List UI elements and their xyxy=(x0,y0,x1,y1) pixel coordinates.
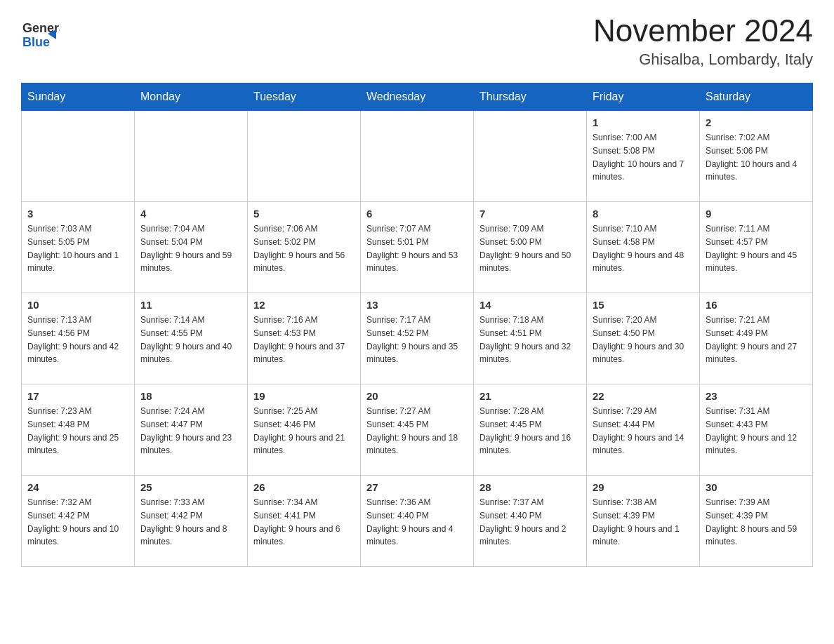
day-number: 24 xyxy=(27,481,128,493)
day-number: 8 xyxy=(593,208,694,220)
logo-area: General Blue xyxy=(21,14,60,53)
title-area: November 2024 Ghisalba, Lombardy, Italy xyxy=(593,14,813,69)
day-info: Sunrise: 7:17 AMSunset: 4:52 PMDaylight:… xyxy=(366,314,468,365)
cell-week1-day1 xyxy=(135,111,248,202)
week-row-1: 1Sunrise: 7:00 AMSunset: 5:08 PMDaylight… xyxy=(22,111,813,202)
day-number: 7 xyxy=(479,208,581,220)
cell-week5-day3: 27Sunrise: 7:36 AMSunset: 4:40 PMDayligh… xyxy=(361,476,474,567)
header-tuesday: Tuesday xyxy=(248,83,361,111)
cell-week4-day6: 23Sunrise: 7:31 AMSunset: 4:43 PMDayligh… xyxy=(700,384,813,476)
cell-week3-day0: 10Sunrise: 7:13 AMSunset: 4:56 PMDayligh… xyxy=(22,293,135,384)
day-number: 4 xyxy=(140,208,241,220)
day-number: 18 xyxy=(140,390,241,402)
cell-week5-day6: 30Sunrise: 7:39 AMSunset: 4:39 PMDayligh… xyxy=(700,476,813,567)
day-number: 23 xyxy=(706,390,807,402)
day-number: 29 xyxy=(593,481,694,493)
day-info: Sunrise: 7:14 AMSunset: 4:55 PMDaylight:… xyxy=(140,314,241,365)
day-info: Sunrise: 7:16 AMSunset: 4:53 PMDaylight:… xyxy=(253,314,355,365)
cell-week2-day1: 4Sunrise: 7:04 AMSunset: 5:04 PMDaylight… xyxy=(135,202,248,293)
week-row-5: 24Sunrise: 7:32 AMSunset: 4:42 PMDayligh… xyxy=(22,476,813,567)
day-info: Sunrise: 7:31 AMSunset: 4:43 PMDaylight:… xyxy=(706,405,807,457)
cell-week1-day6: 2Sunrise: 7:02 AMSunset: 5:06 PMDaylight… xyxy=(700,111,813,202)
cell-week3-day5: 15Sunrise: 7:20 AMSunset: 4:50 PMDayligh… xyxy=(587,293,700,384)
cell-week3-day2: 12Sunrise: 7:16 AMSunset: 4:53 PMDayligh… xyxy=(248,293,361,384)
cell-week3-day4: 14Sunrise: 7:18 AMSunset: 4:51 PMDayligh… xyxy=(474,293,587,384)
day-number: 26 xyxy=(253,481,355,493)
cell-week5-day0: 24Sunrise: 7:32 AMSunset: 4:42 PMDayligh… xyxy=(22,476,135,567)
day-info: Sunrise: 7:36 AMSunset: 4:40 PMDaylight:… xyxy=(366,496,468,548)
cell-week4-day2: 19Sunrise: 7:25 AMSunset: 4:46 PMDayligh… xyxy=(248,384,361,476)
cell-week5-day5: 29Sunrise: 7:38 AMSunset: 4:39 PMDayligh… xyxy=(587,476,700,567)
cell-week4-day1: 18Sunrise: 7:24 AMSunset: 4:47 PMDayligh… xyxy=(135,384,248,476)
week-row-3: 10Sunrise: 7:13 AMSunset: 4:56 PMDayligh… xyxy=(22,293,813,384)
day-number: 14 xyxy=(479,299,581,311)
cell-week2-day3: 6Sunrise: 7:07 AMSunset: 5:01 PMDaylight… xyxy=(361,202,474,293)
day-number: 19 xyxy=(253,390,355,402)
header-saturday: Saturday xyxy=(700,83,813,111)
header-sunday: Sunday xyxy=(22,83,135,111)
day-number: 25 xyxy=(140,481,241,493)
cell-week1-day4 xyxy=(474,111,587,202)
cell-week5-day1: 25Sunrise: 7:33 AMSunset: 4:42 PMDayligh… xyxy=(135,476,248,567)
svg-text:Blue: Blue xyxy=(22,35,50,49)
day-info: Sunrise: 7:25 AMSunset: 4:46 PMDaylight:… xyxy=(253,405,355,457)
day-info: Sunrise: 7:07 AMSunset: 5:01 PMDaylight:… xyxy=(366,222,468,274)
day-info: Sunrise: 7:34 AMSunset: 4:41 PMDaylight:… xyxy=(253,496,355,548)
day-number: 21 xyxy=(479,390,581,402)
cell-week5-day4: 28Sunrise: 7:37 AMSunset: 4:40 PMDayligh… xyxy=(474,476,587,567)
cell-week2-day4: 7Sunrise: 7:09 AMSunset: 5:00 PMDaylight… xyxy=(474,202,587,293)
day-info: Sunrise: 7:28 AMSunset: 4:45 PMDaylight:… xyxy=(479,405,581,457)
weekday-header-row: Sunday Monday Tuesday Wednesday Thursday… xyxy=(22,83,813,111)
day-info: Sunrise: 7:20 AMSunset: 4:50 PMDaylight:… xyxy=(593,314,694,365)
day-info: Sunrise: 7:29 AMSunset: 4:44 PMDaylight:… xyxy=(593,405,694,457)
cell-week1-day0 xyxy=(22,111,135,202)
day-number: 9 xyxy=(706,208,807,220)
header-monday: Monday xyxy=(135,83,248,111)
day-info: Sunrise: 7:06 AMSunset: 5:02 PMDaylight:… xyxy=(253,222,355,274)
day-info: Sunrise: 7:38 AMSunset: 4:39 PMDaylight:… xyxy=(593,496,694,548)
day-info: Sunrise: 7:18 AMSunset: 4:51 PMDaylight:… xyxy=(479,314,581,365)
logo-icon: General Blue xyxy=(21,14,60,53)
cell-week2-day0: 3Sunrise: 7:03 AMSunset: 5:05 PMDaylight… xyxy=(22,202,135,293)
day-number: 12 xyxy=(253,299,355,311)
cell-week1-day5: 1Sunrise: 7:00 AMSunset: 5:08 PMDaylight… xyxy=(587,111,700,202)
day-info: Sunrise: 7:23 AMSunset: 4:48 PMDaylight:… xyxy=(27,405,128,457)
day-info: Sunrise: 7:27 AMSunset: 4:45 PMDaylight:… xyxy=(366,405,468,457)
cell-week2-day2: 5Sunrise: 7:06 AMSunset: 5:02 PMDaylight… xyxy=(248,202,361,293)
week-row-4: 17Sunrise: 7:23 AMSunset: 4:48 PMDayligh… xyxy=(22,384,813,476)
cell-week3-day1: 11Sunrise: 7:14 AMSunset: 4:55 PMDayligh… xyxy=(135,293,248,384)
cell-week4-day5: 22Sunrise: 7:29 AMSunset: 4:44 PMDayligh… xyxy=(587,384,700,476)
day-number: 17 xyxy=(27,390,128,402)
day-number: 6 xyxy=(366,208,468,220)
cell-week4-day3: 20Sunrise: 7:27 AMSunset: 4:45 PMDayligh… xyxy=(361,384,474,476)
day-number: 1 xyxy=(593,116,694,128)
day-number: 11 xyxy=(140,299,241,311)
day-number: 3 xyxy=(27,208,128,220)
cell-week1-day2 xyxy=(248,111,361,202)
day-info: Sunrise: 7:24 AMSunset: 4:47 PMDaylight:… xyxy=(140,405,241,457)
day-number: 27 xyxy=(366,481,468,493)
day-number: 30 xyxy=(706,481,807,493)
day-info: Sunrise: 7:33 AMSunset: 4:42 PMDaylight:… xyxy=(140,496,241,548)
day-info: Sunrise: 7:39 AMSunset: 4:39 PMDaylight:… xyxy=(706,496,807,548)
cell-week2-day5: 8Sunrise: 7:10 AMSunset: 4:58 PMDaylight… xyxy=(587,202,700,293)
day-info: Sunrise: 7:03 AMSunset: 5:05 PMDaylight:… xyxy=(27,222,128,274)
location-title: Ghisalba, Lombardy, Italy xyxy=(593,51,813,69)
day-info: Sunrise: 7:21 AMSunset: 4:49 PMDaylight:… xyxy=(706,314,807,365)
header-wednesday: Wednesday xyxy=(361,83,474,111)
day-number: 15 xyxy=(593,299,694,311)
day-info: Sunrise: 7:37 AMSunset: 4:40 PMDaylight:… xyxy=(479,496,581,548)
calendar-table: Sunday Monday Tuesday Wednesday Thursday… xyxy=(21,83,813,567)
header-thursday: Thursday xyxy=(474,83,587,111)
day-number: 16 xyxy=(706,299,807,311)
day-info: Sunrise: 7:00 AMSunset: 5:08 PMDaylight:… xyxy=(593,131,694,183)
day-number: 5 xyxy=(253,208,355,220)
cell-week4-day4: 21Sunrise: 7:28 AMSunset: 4:45 PMDayligh… xyxy=(474,384,587,476)
cell-week2-day6: 9Sunrise: 7:11 AMSunset: 4:57 PMDaylight… xyxy=(700,202,813,293)
day-number: 13 xyxy=(366,299,468,311)
cell-week1-day3 xyxy=(361,111,474,202)
cell-week3-day6: 16Sunrise: 7:21 AMSunset: 4:49 PMDayligh… xyxy=(700,293,813,384)
day-info: Sunrise: 7:13 AMSunset: 4:56 PMDaylight:… xyxy=(27,314,128,365)
day-info: Sunrise: 7:11 AMSunset: 4:57 PMDaylight:… xyxy=(706,222,807,274)
cell-week3-day3: 13Sunrise: 7:17 AMSunset: 4:52 PMDayligh… xyxy=(361,293,474,384)
